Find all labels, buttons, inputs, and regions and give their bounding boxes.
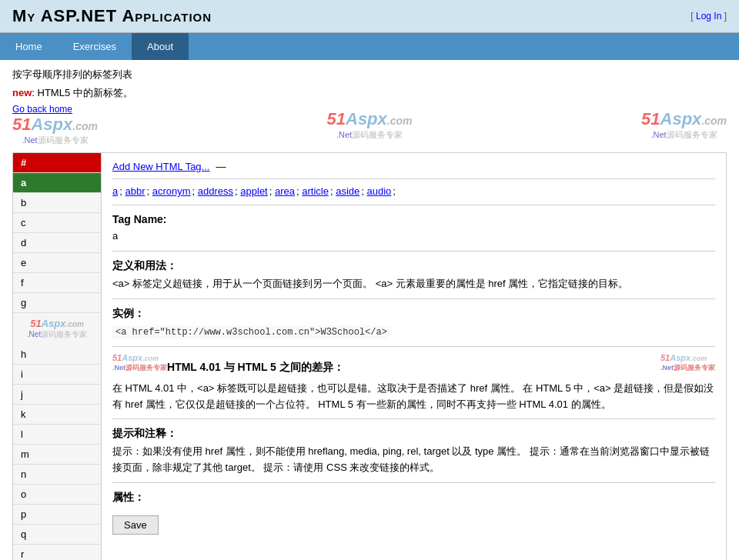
page-content: 按字母顺序排列的标签列表 new: HTML5 中的新标签。 Go back h… [0, 60, 739, 560]
sidebar-item-j[interactable]: j [13, 385, 101, 405]
divider-5 [112, 346, 715, 347]
sidebar-item-a[interactable]: a [13, 173, 101, 193]
watermark-logo-left: 51Aspx.com .Net源码服务专家 [12, 115, 98, 146]
sidebar-item-g[interactable]: g [13, 293, 101, 313]
new-tag-description: new: HTML5 中的新标签。 [12, 86, 727, 100]
html-diff-content: 在 HTML 4.01 中，<a> 标签既可以是超链接，也可以是锚。这取决于是否… [112, 381, 715, 413]
sidebar-item-m[interactable]: m [13, 445, 101, 465]
bracket-open: [ [691, 11, 696, 22]
sidebar-item-hash[interactable]: # [13, 153, 101, 173]
sidebar-item-b[interactable]: b [13, 193, 101, 213]
add-new-link[interactable]: Add New HTML Tag... [112, 161, 209, 172]
example-code: <a href="http://www.w3school.com.cn">W3S… [112, 324, 715, 340]
sidebar-watermark: 51Aspx.com .Net源码服务专家 [13, 313, 101, 345]
divider-4 [112, 298, 715, 299]
add-icon: — [216, 161, 226, 172]
nav-exercises[interactable]: Exercises [58, 33, 132, 60]
sidebar-item-o[interactable]: o [13, 485, 101, 505]
sidebar-item-n[interactable]: n [13, 465, 101, 485]
tag-name-title: Tag Name: [112, 213, 715, 225]
watermark-sub-center: .Net源码服务专家 [336, 129, 403, 141]
tag-link-audio[interactable]: audio [366, 185, 391, 197]
divider-2 [112, 205, 715, 205]
sidebar-item-q[interactable]: q [13, 525, 101, 545]
tag-link-article[interactable]: article [302, 185, 329, 197]
sidebar-item-p[interactable]: p [13, 505, 101, 525]
watermark-logo-text-left: 51Aspx.com [12, 115, 98, 135]
mid-watermark-left: 51Aspx.com .Net源码服务专家 [112, 353, 167, 378]
watermark-sub-left: .Net源码服务专家 [22, 135, 88, 146]
divider-1 [112, 178, 715, 179]
login-link[interactable]: Log In [696, 11, 721, 22]
tag-link-a[interactable]: a [112, 185, 118, 197]
tags-list: a; abbr; acronym; address; applet; area;… [112, 185, 715, 197]
sidebar-item-l[interactable]: l [13, 425, 101, 445]
tag-link-address[interactable]: address [198, 185, 233, 197]
tag-link-area[interactable]: area [275, 185, 295, 197]
page-description: 按字母顺序排列的标签列表 [12, 68, 727, 82]
watermark-logo-text-right: 51Aspx.com [641, 109, 727, 129]
watermark-left: Go back home 51Aspx.com .Net源码服务专家 [12, 103, 98, 146]
attributes-title: 属性： [112, 491, 715, 505]
new-label: new [12, 87, 32, 98]
tag-link-abbr[interactable]: abbr [125, 185, 145, 197]
save-button[interactable]: Save [112, 515, 159, 535]
tag-link-applet[interactable]: applet [240, 185, 267, 197]
watermark-logo-text-center: 51Aspx.com [327, 109, 413, 129]
tips-content: 提示：如果没有使用 href 属性，则不能使用 hreflang, media,… [112, 444, 715, 476]
sidebar-item-k[interactable]: k [13, 405, 101, 425]
watermark-sub-right: .Net源码服务专家 [650, 129, 717, 141]
tag-name-value: a [112, 228, 715, 245]
bracket-close: ] [721, 11, 727, 22]
tips-title: 提示和注释： [112, 427, 715, 441]
sidebar: # a b c d e f g 51Aspx.com .Net源码服务专家 h … [12, 152, 101, 560]
app-header: My ASP.NET Application [ Log In ] [0, 0, 739, 33]
sidebar-item-e[interactable]: e [13, 253, 101, 273]
watermark-center: 51Aspx.com .Net源码服务专家 [327, 109, 413, 141]
divider-3 [112, 251, 715, 252]
tag-link-acronym[interactable]: acronym [152, 185, 191, 197]
main-layout: # a b c d e f g 51Aspx.com .Net源码服务专家 h … [12, 152, 727, 560]
divider-6 [112, 418, 715, 419]
sidebar-item-f[interactable]: f [13, 273, 101, 293]
watermark-row-top: Go back home 51Aspx.com .Net源码服务专家 51Asp… [12, 103, 727, 146]
nav-about[interactable]: About [132, 33, 189, 60]
sidebar-item-h[interactable]: h [13, 345, 101, 365]
middle-watermark-row: 51Aspx.com .Net源码服务专家 HTML 4.01 与 HTML 5… [112, 353, 715, 378]
nav-home[interactable]: Home [0, 33, 58, 60]
detail-header: Add New HTML Tag... — [112, 161, 715, 172]
mid-watermark-right: 51Aspx.com .Net源码服务专家 [660, 353, 715, 378]
definition-content: <a> 标签定义超链接，用于从一个页面链接到另一个页面。 <a> 元素最重要的属… [112, 276, 715, 292]
tag-link-aside[interactable]: aside [336, 185, 359, 197]
example-title: 实例： [112, 307, 715, 321]
html-diff-title: HTML 4.01 与 HTML 5 之间的差异： [167, 361, 660, 375]
watermark-right: 51Aspx.com .Net源码服务专家 [641, 109, 727, 141]
main-nav: Home Exercises About [0, 33, 739, 60]
sidebar-item-c[interactable]: c [13, 213, 101, 233]
detail-panel: Add New HTML Tag... — a; abbr; acronym; … [101, 152, 727, 560]
app-title: My ASP.NET Application [12, 6, 212, 26]
new-desc: : HTML5 中的新标签。 [32, 87, 132, 98]
sidebar-item-r[interactable]: r [13, 545, 101, 560]
divider-7 [112, 482, 715, 483]
sidebar-item-d[interactable]: d [13, 233, 101, 253]
definition-title: 定义和用法： [112, 259, 715, 273]
login-area: [ Log In ] [691, 11, 727, 22]
sidebar-item-i[interactable]: i [13, 365, 101, 385]
code-snippet: <a href="http://www.w3school.com.cn">W3S… [112, 325, 390, 339]
go-back-link[interactable]: Go back home [12, 104, 72, 115]
